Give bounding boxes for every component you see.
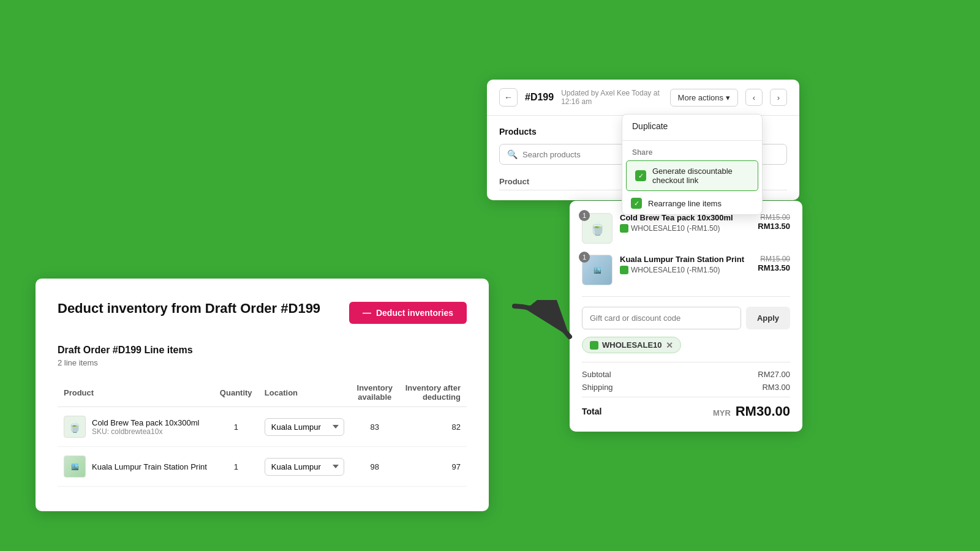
price-original-1: RM15.00 [758, 213, 790, 222]
rearrange-option[interactable]: ✓ Rearrange line items [622, 192, 762, 214]
more-actions-label: More actions [678, 93, 723, 102]
chevron-down-icon: ▾ [726, 93, 730, 102]
more-actions-dropdown: Duplicate Share ✓ Generate discountable … [622, 114, 763, 215]
checkout-item-discount-2: WHOLESALE10 (-RM1.50) [620, 266, 750, 274]
more-actions-button[interactable]: More actions ▾ [670, 89, 738, 107]
discount-tag: WHOLESALE10 ✕ [582, 337, 681, 353]
back-icon: ← [504, 92, 513, 102]
discount-tag-icon [590, 341, 598, 350]
location-1: Kuala Lumpur [258, 407, 351, 447]
total-value: RM30.00 [736, 403, 790, 419]
product-name-2: Kuala Lumpur Train Station Print [92, 462, 207, 471]
checkout-item-details-2: Kuala Lumpur Train Station Print WHOLESA… [620, 255, 750, 274]
location-2: Kuala Lumpur [258, 447, 351, 487]
checkout-item-name-2: Kuala Lumpur Train Station Print [620, 255, 750, 264]
price-final-2: RM13.50 [758, 263, 790, 272]
table-row: 🏙️ Kuala Lumpur Train Station Print 1 Ku… [58, 447, 467, 487]
order-id: #D199 [525, 92, 554, 103]
checkout-thumb-2: 1 🏙️ [582, 255, 612, 285]
apply-button[interactable]: Apply [746, 307, 790, 329]
order-meta: Updated by Axel Kee Today at 12:16 am [561, 89, 662, 106]
tag-icon-1 [620, 224, 628, 233]
deduct-inventories-button[interactable]: Deduct inventories [349, 302, 467, 324]
tag-icon-2 [620, 266, 628, 274]
share-section-label: Share [622, 143, 762, 159]
discount-code-row: Apply [582, 296, 790, 329]
checkout-item-1: 1 🍵 Cold Brew Tea pack 10x300ml WHOLESAL… [582, 213, 790, 244]
inv-after-2: 97 [399, 447, 467, 487]
chevron-right-icon: › [777, 93, 780, 102]
line-items-table: Product Quantity Location Inventoryavail… [58, 378, 467, 487]
nav-next-button[interactable]: › [770, 89, 787, 106]
checkout-item-prices-2: RM15.00 RM13.50 [758, 255, 790, 272]
checkout-item-2: 1 🏙️ Kuala Lumpur Train Station Print WH… [582, 255, 790, 285]
shipping-value: RM3.00 [762, 383, 790, 392]
total-currency: MYR [713, 408, 731, 418]
product-thumb-2: 🏙️ [64, 455, 86, 478]
generate-checkout-option[interactable]: ✓ Generate discountable checkout link [626, 160, 758, 191]
checkout-thumb-1: 1 🍵 [582, 213, 612, 244]
col-product: Product [58, 378, 214, 407]
discount-text-2: WHOLESALE10 (-RM1.50) [631, 266, 720, 274]
remove-discount-button[interactable]: ✕ [666, 341, 673, 350]
dropdown-divider [622, 140, 762, 141]
order-panel: ← #D199 Updated by Axel Kee Today at 12:… [487, 80, 799, 200]
search-icon: 🔍 [507, 149, 518, 159]
line-items-count: 2 line items [58, 358, 467, 367]
active-code: WHOLESALE10 [602, 340, 662, 350]
checkout-item-discount-1: WHOLESALE10 (-RM1.50) [620, 224, 750, 233]
duplicate-option[interactable]: Duplicate [622, 114, 762, 138]
total-label: Total [582, 407, 601, 416]
order-header: ← #D199 Updated by Axel Kee Today at 12:… [487, 80, 799, 116]
totals-section: Subtotal RM27.00 Shipping RM3.00 Total M… [582, 362, 790, 419]
subtotal-row: Subtotal RM27.00 [582, 370, 790, 379]
shipping-row: Shipping RM3.00 [582, 383, 790, 392]
table-row: 🍵 Cold Brew Tea pack 10x300ml SKU: coldb… [58, 407, 467, 447]
qty-badge-2: 1 [579, 252, 590, 263]
draft-inventory-modal: Deduct inventory from Draft Order #D199 … [36, 279, 489, 511]
checkout-item-details-1: Cold Brew Tea pack 10x300ml WHOLESALE10 … [620, 213, 750, 233]
total-row: Total MYR RM30.00 [582, 397, 790, 419]
active-discount-tag-row: WHOLESALE10 ✕ [582, 337, 790, 362]
qty-1: 1 [214, 407, 258, 447]
location-select-2[interactable]: Kuala Lumpur [265, 458, 344, 476]
price-original-2: RM15.00 [758, 255, 790, 263]
subtotal-value: RM27.00 [758, 370, 790, 379]
apply-label: Apply [757, 313, 779, 323]
location-select-1[interactable]: Kuala Lumpur [265, 418, 344, 436]
col-inventory-after: Inventory afterdeducting [399, 378, 467, 407]
product-thumb-1: 🍵 [64, 416, 86, 438]
back-button[interactable]: ← [499, 88, 518, 107]
checkout-item-prices-1: RM15.00 RM13.50 [758, 213, 790, 231]
discount-code-input[interactable] [582, 307, 741, 329]
col-location: Location [258, 378, 351, 407]
shipping-label: Shipping [582, 383, 613, 392]
generate-checkout-label: Generate discountable checkout link [652, 167, 749, 185]
product-cell-2: 🏙️ Kuala Lumpur Train Station Print [58, 447, 214, 487]
product-name-1: Cold Brew Tea pack 10x300ml [92, 418, 199, 427]
col-inventory-available: Inventoryavailable [350, 378, 399, 407]
discount-text-1: WHOLESALE10 (-RM1.50) [631, 224, 720, 233]
price-final-1: RM13.50 [758, 222, 790, 231]
product-cell-1: 🍵 Cold Brew Tea pack 10x300ml SKU: coldb… [58, 407, 214, 447]
inv-avail-2: 98 [350, 447, 399, 487]
product-sku-1: SKU: coldbrewtea10x [92, 427, 199, 436]
qty-badge-1: 1 [579, 210, 590, 221]
rearrange-label: Rearrange line items [648, 199, 722, 208]
deduct-btn-label: Deduct inventories [376, 308, 453, 318]
line-items-section-title: Draft Order #D199 Line items [58, 345, 467, 356]
arrow-graphic [508, 300, 576, 349]
col-quantity: Quantity [214, 378, 258, 407]
chevron-left-icon: ‹ [753, 93, 755, 102]
inv-avail-1: 83 [350, 407, 399, 447]
nav-prev-button[interactable]: ‹ [745, 89, 763, 106]
checkout-panel: 1 🍵 Cold Brew Tea pack 10x300ml WHOLESAL… [570, 201, 802, 432]
check-icon: ✓ [635, 170, 646, 181]
inv-after-1: 82 [399, 407, 467, 447]
qty-2: 1 [214, 447, 258, 487]
subtotal-label: Subtotal [582, 370, 611, 379]
check-icon-2: ✓ [631, 198, 642, 209]
